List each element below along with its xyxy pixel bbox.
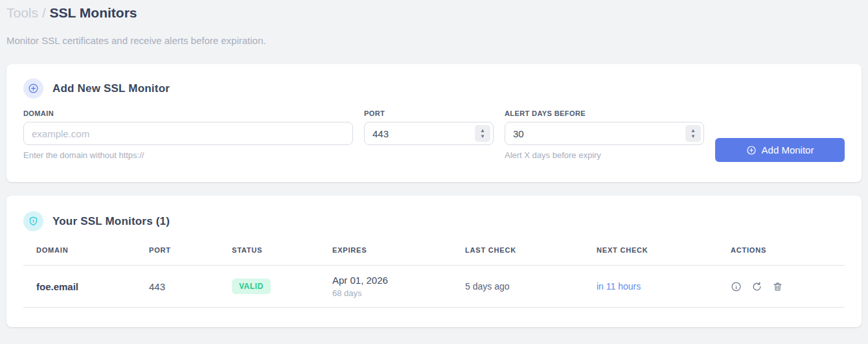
add-monitor-card-header: Add New SSL Monitor — [23, 78, 845, 98]
add-monitor-form: DOMAIN Enter the domain without https://… — [23, 109, 845, 162]
shield-icon — [23, 211, 43, 231]
expires-days-remaining: 68 days — [332, 288, 465, 298]
alert-days-input[interactable] — [505, 122, 704, 145]
table-header-row: DOMAIN PORT STATUS EXPIRES LAST CHECK NE… — [23, 246, 845, 266]
port-stepper[interactable]: ▲ ▼ — [475, 125, 490, 142]
monitors-table: DOMAIN PORT STATUS EXPIRES LAST CHECK NE… — [23, 246, 845, 308]
domain-field-group: DOMAIN Enter the domain without https:// — [23, 109, 353, 160]
last-check-value: 5 days ago — [465, 281, 597, 292]
info-button[interactable] — [731, 281, 742, 292]
col-header-port: PORT — [149, 246, 232, 254]
table-row: foe.email 443 VALID Apr 01, 2026 68 days… — [23, 266, 845, 308]
next-check-value: in 11 hours — [597, 281, 731, 292]
col-header-next-check: NEXT CHECK — [597, 246, 731, 254]
add-monitor-button[interactable]: Add Monitor — [715, 138, 845, 162]
chevron-down-icon: ▼ — [691, 134, 696, 139]
trash-icon — [772, 281, 783, 292]
monitors-card-header: Your SSL Monitors (1) — [23, 211, 845, 231]
port-field-group: PORT ▲ ▼ — [364, 109, 494, 145]
row-actions — [731, 281, 845, 292]
monitor-port: 443 — [149, 281, 232, 292]
alert-days-field-group: ALERT DAYS BEFORE ▲ ▼ Alert X days befor… — [505, 109, 704, 160]
breadcrumb: Tools / SSL Monitors — [6, 0, 862, 22]
refresh-button[interactable] — [751, 281, 762, 292]
expires-date: Apr 01, 2026 — [332, 275, 465, 286]
chevron-down-icon: ▼ — [480, 134, 485, 139]
monitors-card-title: Your SSL Monitors (1) — [52, 215, 170, 228]
chevron-up-icon: ▲ — [691, 128, 696, 133]
chevron-up-icon: ▲ — [480, 128, 485, 133]
add-monitor-card: Add New SSL Monitor DOMAIN Enter the dom… — [6, 64, 862, 182]
breadcrumb-parent[interactable]: Tools — [6, 5, 38, 20]
plus-circle-icon — [23, 78, 43, 98]
page-subtitle: Monitor SSL certificates and receive ale… — [6, 35, 862, 46]
status-badge: VALID — [232, 279, 271, 294]
status-cell: VALID — [232, 279, 332, 294]
col-header-domain: DOMAIN — [36, 246, 149, 254]
col-header-actions: ACTIONS — [731, 246, 845, 254]
port-label: PORT — [364, 109, 494, 117]
expires-cell: Apr 01, 2026 68 days — [332, 275, 465, 298]
domain-input[interactable] — [23, 122, 353, 145]
refresh-icon — [751, 281, 762, 292]
monitor-domain: foe.email — [36, 281, 149, 292]
col-header-last-check: LAST CHECK — [465, 246, 597, 254]
domain-label: DOMAIN — [23, 109, 353, 117]
plus-circle-icon — [746, 145, 757, 155]
page-title: SSL Monitors — [50, 5, 137, 20]
breadcrumb-separator: / — [42, 5, 50, 20]
domain-helper-text: Enter the domain without https:// — [23, 150, 353, 160]
alert-days-helper-text: Alert X days before expiry — [505, 150, 704, 160]
delete-button[interactable] — [772, 281, 783, 292]
add-monitor-card-title: Add New SSL Monitor — [52, 82, 170, 95]
monitors-card: Your SSL Monitors (1) DOMAIN PORT STATUS… — [6, 196, 862, 327]
port-input[interactable] — [364, 122, 494, 145]
alert-days-label: ALERT DAYS BEFORE — [505, 109, 704, 117]
alert-days-stepper[interactable]: ▲ ▼ — [685, 125, 701, 142]
col-header-expires: EXPIRES — [332, 246, 465, 254]
ssl-monitors-page: Tools / SSL Monitors Monitor SSL certifi… — [0, 0, 868, 327]
add-monitor-button-label: Add Monitor — [762, 144, 814, 155]
col-header-status: STATUS — [232, 246, 332, 254]
info-icon — [731, 281, 742, 292]
